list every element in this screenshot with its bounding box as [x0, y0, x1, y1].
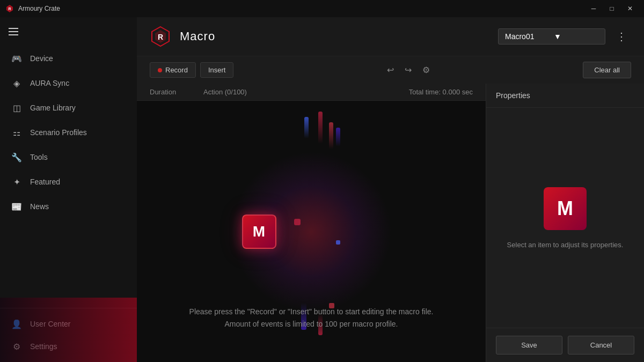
- content-body: Duration Action (0/100) Total time: 0.00…: [137, 84, 644, 362]
- game-library-icon: ◫: [11, 102, 23, 114]
- properties-body: M Select an item to adjust its propertie…: [486, 108, 644, 328]
- center-m-label: M: [253, 223, 265, 240]
- app-icon: R: [5, 4, 14, 13]
- insert-label: Insert: [208, 66, 226, 74]
- toolbar-center: ↩ ↪ ⚙: [384, 63, 433, 77]
- instruction-line-2: Amount of events is limited to 100 per m…: [137, 318, 486, 330]
- content-area: R Macro Macro01 ▼ ⋮ Record Insert: [137, 17, 644, 362]
- sidebar-bottom: 👤 User Center ⚙ Settings: [0, 308, 137, 362]
- settings-icon: ⚙: [11, 341, 23, 352]
- sidebar-item-label: News: [30, 202, 49, 211]
- sidebar-item-aura-sync[interactable]: ◈ AURA Sync: [0, 71, 137, 95]
- properties-header: Properties: [486, 84, 644, 108]
- sidebar-item-scenario-profiles[interactable]: ⚏ Scenario Profiles: [0, 120, 137, 145]
- hamburger-menu[interactable]: [4, 24, 24, 40]
- properties-footer: Save Cancel: [486, 328, 644, 362]
- titlebar-left: R Armoury Crate: [5, 4, 60, 13]
- action-header: Action (0/100): [203, 88, 409, 96]
- insert-button[interactable]: Insert: [200, 62, 234, 78]
- device-icon: 🎮: [11, 53, 23, 64]
- sidebar-item-game-library[interactable]: ◫ Game Library: [0, 95, 137, 120]
- column-headers: Duration Action (0/100) Total time: 0.00…: [137, 84, 486, 101]
- maximize-button[interactable]: □: [603, 3, 620, 14]
- scenario-profiles-icon: ⚏: [11, 127, 23, 138]
- macro-selector-value: Macro01: [505, 32, 550, 41]
- instruction-text: Please press the "Record" or "Insert" bu…: [137, 306, 486, 330]
- minimize-button[interactable]: ─: [585, 3, 602, 14]
- macro-visual-area: M Please press the "Record" or "Insert" …: [137, 101, 486, 362]
- sidebar-item-label: AURA Sync: [30, 79, 69, 87]
- properties-hint: Select an item to adjust its properties.: [507, 241, 624, 249]
- toolbar-right: Clear all: [583, 62, 631, 78]
- record-label: Record: [165, 66, 188, 74]
- settings-button[interactable]: ⚙: [419, 63, 433, 77]
- sidebar-item-label: Scenario Profiles: [30, 128, 87, 137]
- sidebar-item-device[interactable]: 🎮 Device: [0, 46, 137, 71]
- tools-icon: 🔧: [11, 151, 23, 163]
- news-icon: 📰: [11, 201, 23, 212]
- chevron-down-icon: ▼: [554, 32, 598, 41]
- sidebar-item-label: Game Library: [30, 104, 76, 112]
- sidebar-item-settings[interactable]: ⚙ Settings: [0, 335, 137, 358]
- sidebar-top: [0, 17, 137, 42]
- properties-title: Properties: [496, 91, 530, 100]
- properties-key-label: M: [557, 197, 573, 220]
- sidebar-item-label: Device: [30, 54, 53, 63]
- undo-button[interactable]: ↩: [384, 63, 397, 77]
- record-dot-icon: [158, 68, 162, 72]
- titlebar: R Armoury Crate ─ □ ✕: [0, 0, 644, 17]
- properties-m-icon: M: [544, 187, 587, 230]
- sidebar-item-tools[interactable]: 🔧 Tools: [0, 145, 137, 169]
- sidebar-item-news[interactable]: 📰 News: [0, 194, 137, 219]
- save-button[interactable]: Save: [496, 336, 562, 354]
- sidebar-item-label: User Center: [30, 320, 70, 328]
- rog-logo: R: [150, 26, 171, 47]
- center-m-key: M: [242, 215, 276, 249]
- sidebar-item-label: Featured: [30, 178, 60, 186]
- content-header: R Macro Macro01 ▼ ⋮: [137, 17, 644, 56]
- more-options-button[interactable]: ⋮: [612, 28, 631, 45]
- properties-panel: Properties M Select an item to adjust it…: [486, 84, 644, 362]
- total-time-header: Total time: 0.000 sec: [409, 88, 473, 96]
- app-title: Armoury Crate: [18, 5, 60, 12]
- record-button[interactable]: Record: [150, 62, 196, 78]
- sidebar-item-label: Tools: [30, 153, 48, 161]
- redo-button[interactable]: ↪: [401, 63, 415, 77]
- toolbar: Record Insert ↩ ↪ ⚙ Clear all: [137, 56, 644, 84]
- main-layout: 🎮 Device ◈ AURA Sync ◫ Game Library ⚏ Sc…: [0, 17, 644, 362]
- editor-area: Duration Action (0/100) Total time: 0.00…: [137, 84, 486, 362]
- cancel-button[interactable]: Cancel: [568, 336, 634, 354]
- sidebar-nav: 🎮 Device ◈ AURA Sync ◫ Game Library ⚏ Sc…: [0, 42, 137, 308]
- user-center-icon: 👤: [11, 318, 23, 330]
- toolbar-left: Record Insert: [150, 62, 233, 78]
- page-title: Macro: [180, 29, 215, 43]
- titlebar-controls: ─ □ ✕: [585, 3, 639, 14]
- sidebar-item-featured[interactable]: ✦ Featured: [0, 169, 137, 194]
- sidebar-item-label: Settings: [30, 342, 57, 351]
- instruction-line-1: Please press the "Record" or "Insert" bu…: [137, 306, 486, 317]
- svg-text:R: R: [158, 33, 163, 41]
- sidebar-item-user-center[interactable]: 👤 User Center: [0, 313, 137, 335]
- duration-header: Duration: [150, 88, 203, 96]
- clear-all-button[interactable]: Clear all: [583, 62, 631, 78]
- macro-selector[interactable]: Macro01 ▼: [498, 28, 605, 45]
- close-button[interactable]: ✕: [621, 3, 639, 14]
- featured-icon: ✦: [11, 176, 23, 188]
- content-header-left: R Macro: [150, 26, 215, 47]
- aura-sync-icon: ◈: [11, 77, 23, 89]
- svg-text:R: R: [8, 7, 11, 11]
- content-header-right: Macro01 ▼ ⋮: [498, 28, 631, 45]
- sidebar: 🎮 Device ◈ AURA Sync ◫ Game Library ⚏ Sc…: [0, 17, 137, 362]
